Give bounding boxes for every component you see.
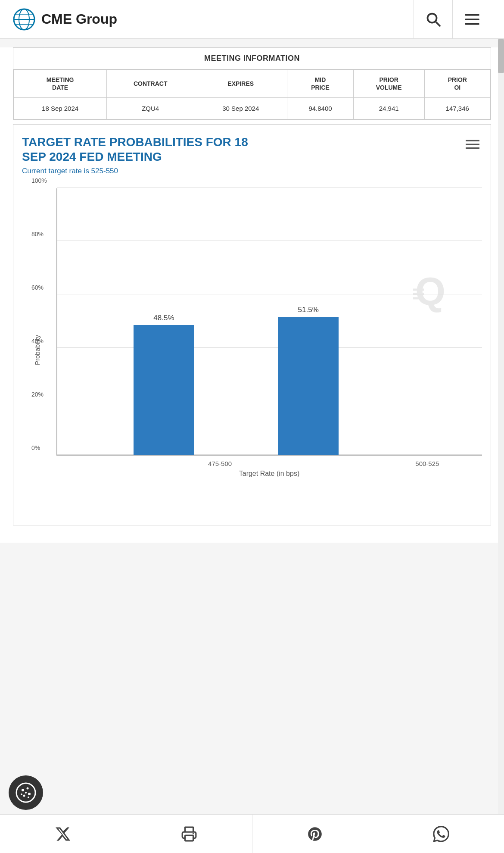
cell-prior-oi: 147,346: [424, 98, 490, 119]
svg-point-26: [193, 833, 194, 834]
cell-mid-price: 94.8400: [287, 98, 353, 119]
table-row: 18 Sep 2024 ZQU4 30 Sep 2024 94.8400 24,…: [14, 98, 491, 119]
col-prior-oi: PRIOROI: [424, 70, 490, 98]
svg-point-20: [28, 793, 31, 795]
x-axis-labels: 475-500500-525: [56, 460, 482, 467]
bar: [278, 317, 339, 454]
header: CME Group: [0, 0, 504, 39]
cookie-icon: [16, 782, 36, 803]
whatsapp-icon: [433, 826, 449, 842]
chart-area: Q 0%20%40%60%80%100%48.5%51.5%: [56, 188, 482, 456]
bottom-bar: [0, 814, 504, 853]
cell-meeting-date: 18 Sep 2024: [14, 98, 107, 119]
chart-title: TARGET RATE PROBABILITIES FOR 18 SEP 202…: [22, 135, 263, 164]
cookie-settings-button[interactable]: [9, 775, 43, 810]
search-button[interactable]: [414, 0, 452, 39]
y-tick-label: 20%: [31, 391, 44, 398]
y-tick-label: 40%: [31, 337, 44, 344]
main-content: MEETING INFORMATION MEETINGDATE CONTRACT…: [0, 47, 504, 543]
svg-line-6: [436, 22, 440, 26]
twitter-share-button[interactable]: [0, 815, 126, 853]
bar: [134, 325, 194, 455]
cme-globe-icon: [13, 8, 35, 31]
svg-point-18: [22, 789, 24, 791]
pinterest-share-button[interactable]: [252, 815, 379, 853]
twitter-x-icon: [55, 826, 71, 842]
chart-menu-button[interactable]: [463, 137, 482, 153]
grid-line: [57, 454, 482, 455]
x-axis-title: Target Rate (in bps): [56, 470, 482, 478]
grid-line: [57, 347, 482, 348]
print-button[interactable]: [126, 815, 252, 853]
search-icon: [426, 12, 441, 27]
svg-point-21: [23, 795, 25, 797]
svg-point-24: [28, 797, 29, 798]
bar-value-label: 51.5%: [298, 306, 319, 314]
col-contract: CONTRACT: [107, 70, 194, 98]
col-mid-price: MIDPRICE: [287, 70, 353, 98]
grid-line: [57, 187, 482, 187]
bar-container: 51.5%: [278, 306, 339, 454]
scrollbar-thumb[interactable]: [498, 39, 504, 73]
print-icon: [181, 826, 197, 842]
svg-point-19: [27, 787, 29, 790]
chart-hamburger-icon: [466, 139, 479, 150]
svg-point-22: [25, 792, 27, 794]
col-expires: EXPIRES: [194, 70, 287, 98]
svg-rect-25: [185, 835, 193, 841]
svg-text:Q: Q: [415, 269, 445, 312]
y-tick-label: 0%: [31, 444, 40, 451]
svg-point-23: [21, 794, 22, 795]
meeting-info-section: MEETING INFORMATION MEETINGDATE CONTRACT…: [13, 47, 491, 120]
whatsapp-share-button[interactable]: [378, 815, 504, 853]
table-header-row: MEETINGDATE CONTRACT EXPIRES MIDPRICE PR…: [14, 70, 491, 98]
x-tick-label: 475-500: [91, 460, 286, 467]
y-tick-label: 100%: [31, 177, 47, 184]
grid-line: [57, 294, 482, 294]
logo-text: CME Group: [41, 11, 117, 27]
menu-button[interactable]: [452, 0, 491, 39]
cell-contract: ZQU4: [107, 98, 194, 119]
grid-line: [57, 401, 482, 401]
hamburger-icon: [464, 12, 480, 27]
col-meeting-date: MEETINGDATE: [14, 70, 107, 98]
watermark: Q: [404, 266, 456, 319]
cell-expires: 30 Sep 2024: [194, 98, 287, 119]
y-tick-label: 60%: [31, 284, 44, 291]
header-icons: [414, 0, 491, 39]
logo-area: CME Group: [13, 8, 117, 31]
bar-value-label: 48.5%: [153, 314, 174, 322]
chart-section: TARGET RATE PROBABILITIES FOR 18 SEP 202…: [13, 124, 491, 525]
bar-chart-wrapper: Probability Q 0%20%40%60%80%100%48.5%51.…: [22, 188, 482, 512]
meeting-table: MEETINGDATE CONTRACT EXPIRES MIDPRICE PR…: [13, 69, 491, 119]
pinterest-icon: [307, 826, 323, 842]
x-tick-label: 500-525: [286, 460, 482, 467]
scrollbar[interactable]: [498, 39, 504, 853]
col-prior-volume: PRIORVOLUME: [353, 70, 424, 98]
chart-subtitle: Current target rate is 525-550: [22, 167, 482, 175]
meeting-info-title: MEETING INFORMATION: [13, 48, 491, 69]
chart-header: TARGET RATE PROBABILITIES FOR 18 SEP 202…: [22, 135, 482, 164]
grid-line: [57, 241, 482, 241]
cell-prior-volume: 24,941: [353, 98, 424, 119]
bar-container: 48.5%: [134, 314, 194, 455]
y-tick-label: 80%: [31, 231, 44, 237]
